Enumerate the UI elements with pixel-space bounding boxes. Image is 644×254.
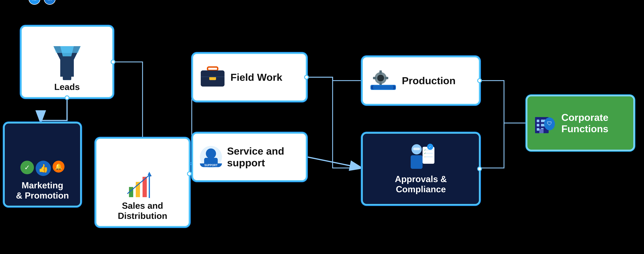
funnel-icon: [52, 46, 82, 80]
svg-rect-48: [539, 129, 544, 133]
svg-rect-21: [373, 77, 376, 79]
approvals-label: Approvals & Compliance: [395, 174, 447, 194]
leads-bottom-dot: [65, 95, 70, 100]
service-label: Service and support: [227, 145, 299, 169]
node-sales[interactable]: Sales and Distribution: [95, 138, 190, 227]
marketing-icons: ✓ 👍 🔔: [20, 161, 64, 176]
svg-text:✓: ✓: [424, 152, 426, 155]
corporate-label: Corporate Functions: [561, 112, 608, 134]
svg-rect-7: [136, 182, 140, 197]
marketing-label: Marketing & Promotion: [16, 180, 69, 200]
diagram-container: G + y! M id in Leads ✓ 👍: [0, 0, 644, 254]
fieldwork-right-dot: [304, 75, 309, 80]
svg-rect-5: [63, 73, 71, 80]
approvals-right-dot: [477, 166, 482, 171]
svg-rect-13: [208, 67, 218, 70]
fieldwork-label: Field Work: [230, 72, 282, 83]
sales-label: Sales and Distribution: [118, 200, 167, 221]
leads-label: Leads: [54, 82, 80, 92]
svg-point-18: [377, 75, 384, 82]
support-icon-wrap: SUPPORT: [200, 146, 222, 168]
svg-rect-16: [201, 76, 224, 77]
node-fieldwork[interactable]: Field Work: [192, 52, 307, 102]
approvals-icon: ✓ ✓ ○ ✓: [406, 143, 436, 172]
svg-rect-46: [537, 128, 539, 131]
svg-rect-28: [411, 155, 422, 169]
node-leads[interactable]: G + y! M id in Leads: [20, 26, 114, 98]
svg-rect-43: [537, 124, 539, 126]
corporate-icon: 🛡: [534, 112, 556, 134]
svg-marker-4: [54, 46, 80, 53]
node-production[interactable]: Production: [362, 56, 480, 105]
leads-right-dot: [111, 60, 116, 64]
node-service[interactable]: SUPPORT Service and support: [192, 132, 307, 182]
svg-rect-40: [537, 120, 539, 122]
svg-rect-44: [541, 124, 544, 126]
svg-rect-29: [413, 148, 420, 150]
svg-text:○: ○: [424, 155, 426, 158]
svg-rect-26: [373, 86, 393, 89]
production-icon: [370, 69, 397, 92]
briefcase-icon: [200, 66, 225, 88]
svg-marker-12: [148, 172, 151, 175]
svg-text:🛡: 🛡: [547, 121, 552, 126]
svg-text:✓: ✓: [429, 145, 431, 149]
node-marketing[interactable]: ✓ 👍 🔔 Marketing & Promotion: [4, 122, 82, 207]
svg-text:✓: ✓: [424, 148, 426, 151]
svg-rect-22: [385, 77, 388, 79]
svg-rect-19: [380, 70, 382, 74]
sales-right-dot: [187, 171, 192, 176]
production-label: Production: [402, 75, 456, 86]
id-icon: in: [44, 0, 56, 5]
chart-icon: [127, 172, 158, 199]
location-icon: id: [28, 0, 40, 5]
node-approvals[interactable]: ✓ ✓ ○ ✓ Approvals & Compliance: [362, 132, 480, 205]
svg-rect-41: [541, 120, 544, 122]
node-corporate[interactable]: 🛡 Corporate Functions: [526, 95, 635, 151]
production-right-dot: [477, 78, 482, 83]
social-cluster: G + y! M id in: [25, 0, 68, 25]
